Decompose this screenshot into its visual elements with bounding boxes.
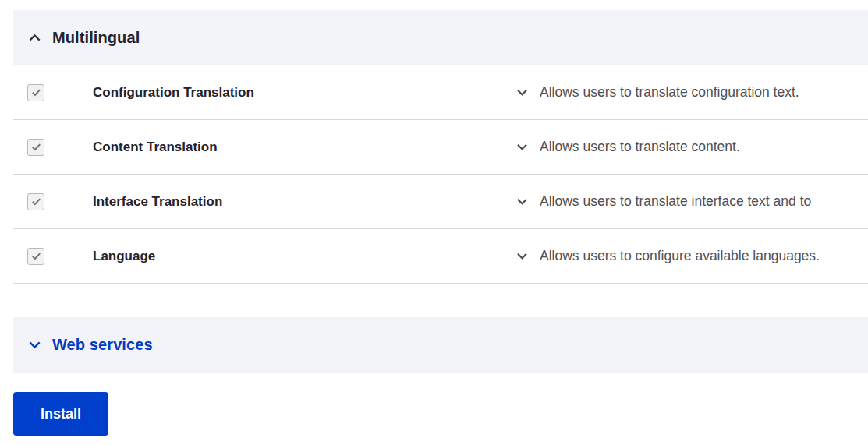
table-row: Interface Translation Allows users to tr… (13, 175, 868, 229)
check-icon (30, 250, 42, 262)
chevron-up-icon (27, 30, 43, 46)
package-title: Web services (52, 336, 153, 354)
package-header-multilingual[interactable]: Multilingual (13, 10, 868, 65)
module-description-cell: Allows users to translate configuration … (515, 84, 868, 101)
module-description: Allows users to translate interface text… (540, 193, 811, 210)
section-spacer (13, 284, 868, 317)
module-name: Language (93, 249, 515, 264)
checkbox-cell (13, 193, 93, 210)
package-header-web-services[interactable]: Web services (13, 317, 868, 373)
module-checkbox[interactable] (27, 193, 44, 210)
modules-form: Multilingual Configuration Translation A… (13, 10, 868, 436)
module-description: Allows users to translate content. (540, 139, 740, 155)
module-name: Content Translation (93, 140, 515, 155)
install-button[interactable]: Install (13, 392, 108, 436)
chevron-down-icon[interactable] (515, 249, 530, 263)
module-description: Allows users to translate configuration … (540, 84, 799, 101)
module-checkbox[interactable] (27, 139, 44, 156)
chevron-down-icon[interactable] (515, 85, 530, 100)
table-row: Configuration Translation Allows users t… (13, 65, 868, 120)
checkbox-cell (13, 84, 93, 101)
check-icon (30, 141, 42, 153)
chevron-down-icon[interactable] (515, 194, 530, 209)
checkbox-cell (13, 139, 93, 156)
checkbox-cell (13, 248, 93, 265)
module-description: Allows users to configure available lang… (540, 248, 820, 264)
module-description-cell: Allows users to configure available lang… (515, 248, 868, 264)
module-checkbox[interactable] (27, 248, 44, 265)
package-title: Multilingual (52, 29, 140, 47)
module-name: Interface Translation (93, 194, 515, 210)
module-checkbox[interactable] (27, 84, 44, 101)
module-description-cell: Allows users to translate interface text… (515, 193, 868, 210)
table-row: Language Allows users to configure avail… (13, 229, 868, 284)
module-list: Configuration Translation Allows users t… (13, 65, 868, 284)
chevron-down-icon (27, 337, 43, 353)
check-icon (30, 87, 42, 98)
chevron-down-icon[interactable] (515, 140, 530, 154)
check-icon (30, 196, 42, 207)
module-description-cell: Allows users to translate content. (515, 139, 868, 155)
module-name: Configuration Translation (93, 85, 515, 101)
table-row: Content Translation Allows users to tran… (13, 120, 868, 175)
